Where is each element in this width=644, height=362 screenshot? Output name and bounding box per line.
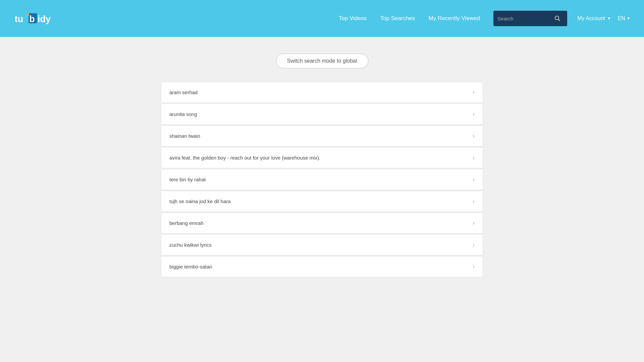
switch-mode-container: Switch search mode to global — [161, 54, 483, 68]
result-text: arunita song — [169, 111, 197, 117]
svg-text:tu: tu — [15, 14, 23, 24]
search-result-item[interactable]: tujh se naina jod ke dil hara› — [161, 191, 483, 212]
logo-svg: tu b idy — [13, 9, 54, 28]
svg-text:idy: idy — [38, 14, 51, 24]
chevron-right-icon: › — [473, 198, 475, 205]
logo-area: tu b idy — [13, 9, 54, 28]
language-button[interactable]: EN ▼ — [618, 15, 631, 21]
language-caret: ▼ — [627, 16, 631, 21]
result-text: zuchu kwikwi lyrics — [169, 242, 212, 248]
search-result-item[interactable]: berbang emrah› — [161, 213, 483, 234]
switch-search-mode-button[interactable]: Switch search mode to global — [276, 54, 368, 68]
my-account-caret: ▼ — [607, 16, 611, 21]
chevron-right-icon: › — [473, 241, 475, 248]
result-text: tere bin by rahat — [169, 177, 206, 182]
chevron-right-icon: › — [473, 132, 475, 139]
logo[interactable]: tu b idy — [13, 9, 54, 28]
nav-recently-viewed[interactable]: My Recently Viewed — [429, 15, 480, 22]
svg-text:b: b — [29, 14, 35, 24]
chevron-right-icon: › — [473, 111, 475, 118]
search-result-item[interactable]: tere bin by rahat› — [161, 169, 483, 190]
search-button[interactable] — [554, 15, 560, 21]
chevron-right-icon: › — [473, 154, 475, 161]
result-text: aram serhad — [169, 89, 198, 95]
svg-line-6 — [558, 19, 560, 21]
my-account-button[interactable]: My Account ▼ — [577, 15, 611, 21]
result-text: shainan twain — [169, 133, 200, 139]
chevron-right-icon: › — [473, 263, 475, 270]
my-account-label: My Account — [577, 15, 605, 21]
search-result-item[interactable]: shainan twain› — [161, 125, 483, 146]
result-text: avira feat. the golden boy - reach out f… — [169, 155, 320, 161]
switch-mode-label: Switch search mode to global — [287, 58, 357, 64]
chevron-right-icon: › — [473, 176, 475, 183]
search-icon — [554, 15, 560, 21]
nav-top-searches[interactable]: Top Searches — [380, 15, 415, 22]
search-result-item[interactable]: aram serhad› — [161, 82, 483, 103]
search-results-list: aram serhad›arunita song›shainan twain›a… — [161, 82, 483, 278]
search-result-item[interactable]: zuchu kwikwi lyrics› — [161, 234, 483, 255]
svg-point-4 — [27, 13, 30, 16]
chevron-right-icon: › — [473, 89, 475, 96]
main-nav: Top Videos Top Searches My Recently View… — [339, 15, 480, 22]
result-text: biggie tembo-satan — [169, 264, 212, 269]
nav-top-videos[interactable]: Top Videos — [339, 15, 367, 22]
search-result-item[interactable]: avira feat. the golden boy - reach out f… — [161, 147, 483, 168]
search-bar — [493, 11, 567, 26]
search-result-item[interactable]: arunita song› — [161, 104, 483, 125]
chevron-right-icon: › — [473, 220, 475, 227]
result-text: berbang emrah — [169, 220, 204, 226]
search-result-item[interactable]: biggie tembo-satan› — [161, 256, 483, 277]
language-label: EN — [618, 15, 625, 21]
result-text: tujh se naina jod ke dil hara — [169, 198, 231, 204]
main-content: Switch search mode to global aram serhad… — [154, 37, 490, 291]
header: tu b idy Top Videos Top Searches My Rece… — [0, 0, 644, 37]
search-input[interactable] — [497, 16, 554, 21]
